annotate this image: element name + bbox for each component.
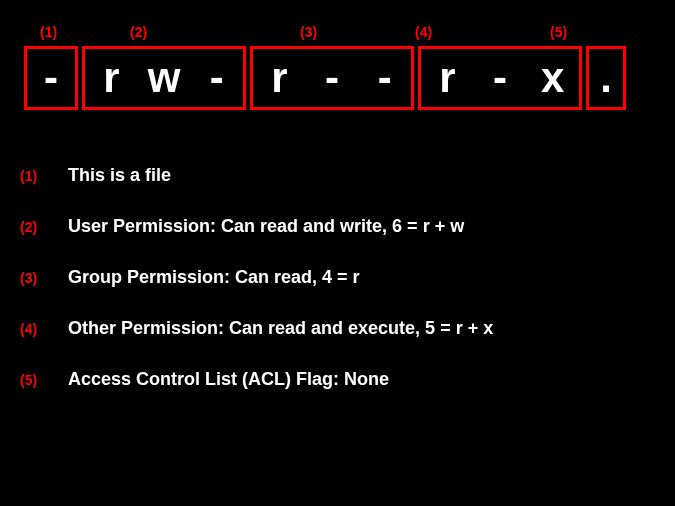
label-3: (3) xyxy=(300,24,317,40)
box-acl: . xyxy=(586,46,626,110)
label-4: (4) xyxy=(415,24,432,40)
explanation-row: (5) Access Control List (ACL) Flag: None xyxy=(20,369,655,390)
explanation-text: This is a file xyxy=(68,165,171,186)
explanations-list: (1) This is a file (2) User Permission: … xyxy=(20,165,655,420)
box-other-perm: r - x xyxy=(418,46,582,110)
label-2: (2) xyxy=(130,24,147,40)
label-5: (5) xyxy=(550,24,567,40)
explanation-num: (1) xyxy=(20,168,68,184)
explanation-text: User Permission: Can read and write, 6 =… xyxy=(68,216,464,237)
explanation-num: (5) xyxy=(20,372,68,388)
char-user-w: w xyxy=(138,54,191,102)
char-other-x: x xyxy=(526,54,579,102)
box-group-perm: r - - xyxy=(250,46,414,110)
permission-boxes: - r w - r - - r - x . xyxy=(24,46,626,110)
char-group-w: - xyxy=(306,54,359,102)
explanation-num: (2) xyxy=(20,219,68,235)
char-group-r: r xyxy=(253,54,306,102)
explanation-text: Other Permission: Can read and execute, … xyxy=(68,318,493,339)
char-other-r: r xyxy=(421,54,474,102)
explanation-row: (1) This is a file xyxy=(20,165,655,186)
char-acl: . xyxy=(589,54,623,102)
explanation-row: (2) User Permission: Can read and write,… xyxy=(20,216,655,237)
explanation-num: (4) xyxy=(20,321,68,337)
explanation-row: (3) Group Permission: Can read, 4 = r xyxy=(20,267,655,288)
box-filetype: - xyxy=(24,46,78,110)
label-1: (1) xyxy=(40,24,57,40)
explanation-num: (3) xyxy=(20,270,68,286)
explanation-row: (4) Other Permission: Can read and execu… xyxy=(20,318,655,339)
char-user-r: r xyxy=(85,54,138,102)
char-group-x: - xyxy=(358,54,411,102)
box-user-perm: r w - xyxy=(82,46,246,110)
explanation-text: Access Control List (ACL) Flag: None xyxy=(68,369,389,390)
char-user-x: - xyxy=(190,54,243,102)
char-filetype: - xyxy=(27,54,75,102)
char-other-w: - xyxy=(474,54,527,102)
explanation-text: Group Permission: Can read, 4 = r xyxy=(68,267,360,288)
